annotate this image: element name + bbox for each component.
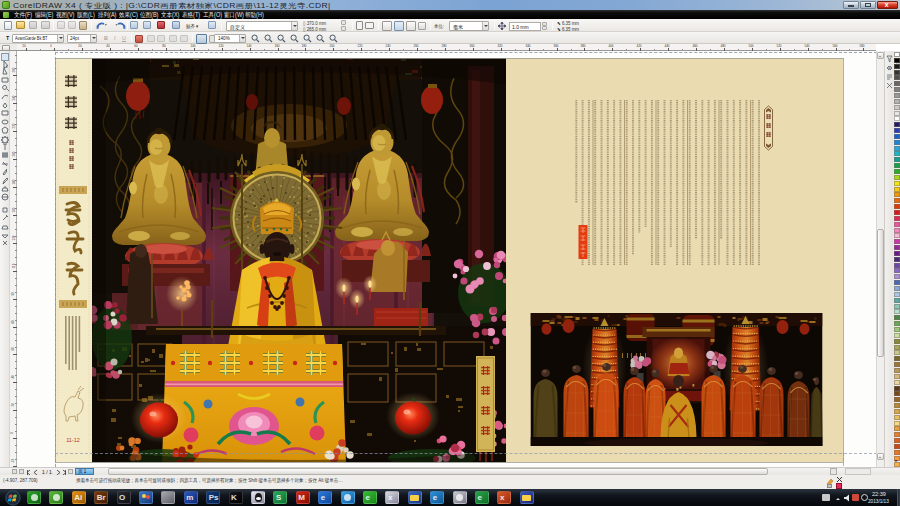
svg-text:11-12: 11-12 xyxy=(66,437,80,443)
